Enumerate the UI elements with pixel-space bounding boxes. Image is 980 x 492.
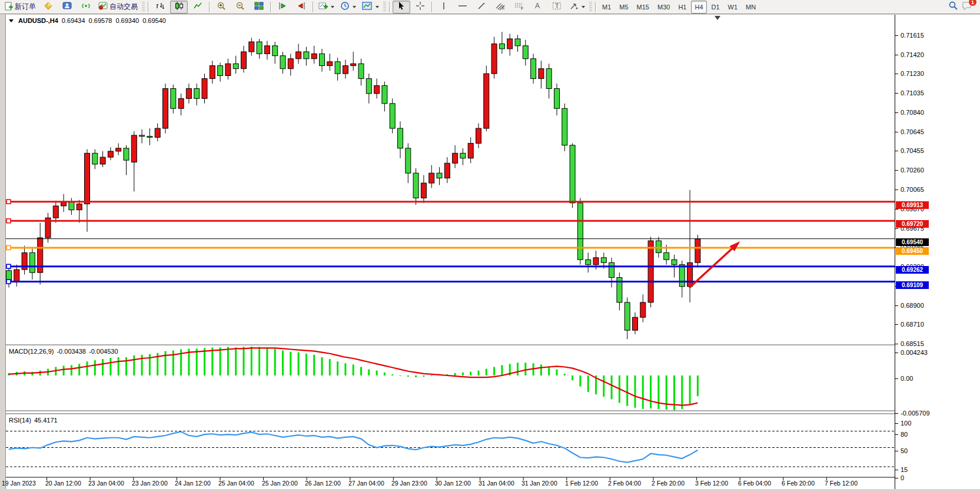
timeframe-M15[interactable]: M15 bbox=[633, 1, 653, 14]
new-order-button[interactable]: 新订单 bbox=[2, 1, 38, 14]
chevron-down-icon bbox=[376, 6, 379, 8]
candlestick-chart-button[interactable] bbox=[170, 1, 188, 14]
zoom-out-button[interactable] bbox=[231, 1, 249, 14]
price-tick: 0.68515 bbox=[901, 340, 924, 347]
timeframe-buttons: M1M5M15M30H1H4D1W1MN bbox=[598, 1, 760, 14]
toolbar-grip bbox=[142, 2, 145, 12]
text-icon: A bbox=[534, 1, 542, 12]
macd-label: MACD(12,26,9)-0.003438-0.004530 bbox=[9, 348, 118, 355]
toolbar-separator bbox=[431, 2, 433, 12]
axis-tick-mark bbox=[895, 353, 898, 353]
indicators-button[interactable] bbox=[316, 1, 337, 14]
template-icon bbox=[362, 1, 373, 12]
horizontal-line-0.69720[interactable] bbox=[6, 219, 895, 223]
tile-windows-button[interactable] bbox=[250, 1, 268, 14]
fibonacci-icon: F bbox=[514, 1, 524, 12]
notifications-button[interactable]: 1 bbox=[962, 1, 973, 13]
axis-tick-mark bbox=[895, 112, 898, 113]
macd-signal-line bbox=[9, 348, 697, 405]
macd-histogram bbox=[8, 347, 699, 410]
axis-tick-mark bbox=[895, 434, 898, 435]
macd-axis-tick: 0.00 bbox=[901, 375, 913, 382]
terminal-button[interactable] bbox=[58, 1, 76, 14]
date-label: 20 Jan 12:00 bbox=[45, 480, 81, 487]
axis-tick-mark bbox=[895, 378, 898, 379]
date-label: 7 Feb 12:00 bbox=[825, 480, 858, 487]
cursor-icon bbox=[397, 1, 406, 12]
horizontal-line-icon bbox=[457, 1, 468, 12]
candlestick-icon bbox=[174, 1, 184, 12]
trendline-icon bbox=[477, 1, 486, 12]
axis-tick-mark bbox=[895, 228, 898, 229]
auto-scroll-button[interactable] bbox=[293, 1, 310, 14]
timeframe-H4[interactable]: H4 bbox=[691, 1, 706, 14]
timeframe-H1[interactable]: H1 bbox=[675, 1, 690, 14]
horizontal-line-0.69450[interactable] bbox=[6, 245, 895, 250]
price-label-chip: 0.69540 bbox=[896, 238, 929, 246]
date-label: 3 Feb 12:00 bbox=[695, 480, 728, 487]
crosshair-button[interactable] bbox=[411, 1, 429, 14]
chart-shift-button[interactable] bbox=[274, 1, 291, 14]
line-chart-icon bbox=[193, 1, 202, 12]
fibonacci-tool-button[interactable]: F bbox=[510, 1, 528, 14]
zoom-out-icon bbox=[235, 1, 245, 12]
text-label-tool-button[interactable]: T bbox=[548, 1, 566, 14]
timeframe-D1[interactable]: D1 bbox=[708, 1, 723, 14]
line-handle[interactable] bbox=[6, 264, 11, 268]
price-axis: 0.716150.714200.712300.710350.708400.706… bbox=[895, 15, 980, 489]
line-handle[interactable] bbox=[6, 280, 11, 284]
price-tick: 0.70645 bbox=[901, 128, 924, 135]
trendline-tool-button[interactable] bbox=[473, 1, 490, 14]
timeframe-MN[interactable]: MN bbox=[742, 1, 759, 14]
line-chart-button[interactable] bbox=[189, 1, 207, 14]
line-handle[interactable] bbox=[6, 200, 11, 204]
crosshair-icon bbox=[416, 1, 425, 12]
templates-button[interactable] bbox=[360, 1, 381, 14]
macd-axis-tick: -0.005709 bbox=[901, 410, 930, 417]
timeframe-M5[interactable]: M5 bbox=[616, 1, 632, 14]
vertical-line-tool-button[interactable] bbox=[435, 1, 453, 14]
chart-shift-marker[interactable] bbox=[715, 16, 720, 20]
horizontal-line-0.69262[interactable] bbox=[6, 264, 895, 268]
chart-shift-icon bbox=[278, 1, 287, 12]
line-handle[interactable] bbox=[6, 245, 11, 250]
bar-chart-button[interactable] bbox=[151, 1, 169, 14]
axis-tick-mark bbox=[895, 324, 898, 325]
auto-scroll-icon bbox=[297, 1, 306, 12]
search-icon[interactable] bbox=[948, 1, 958, 13]
axis-tick-mark bbox=[895, 413, 898, 414]
toolbar-separator bbox=[313, 2, 314, 12]
equidistant-channel-tool-button[interactable]: E bbox=[491, 1, 509, 14]
vertical-line-icon bbox=[440, 1, 448, 12]
horizontal-line-tool-button[interactable] bbox=[454, 1, 471, 14]
periods-button[interactable] bbox=[338, 1, 358, 14]
svg-text:T: T bbox=[555, 2, 559, 9]
price-tick: 0.68710 bbox=[901, 321, 924, 328]
date-label: 19 Jan 2023 bbox=[2, 480, 36, 487]
ohlc-close: 0.69540 bbox=[142, 17, 166, 24]
toolbar-grip bbox=[589, 2, 592, 12]
arrows-tool-button[interactable] bbox=[567, 1, 587, 14]
horizontal-line-0.69913[interactable] bbox=[6, 200, 895, 204]
signal-button[interactable] bbox=[77, 1, 95, 14]
horizontal-line-0.69109[interactable] bbox=[6, 280, 895, 284]
rsi-line bbox=[9, 432, 697, 463]
timeframe-M1[interactable]: M1 bbox=[599, 1, 614, 14]
cursor-button[interactable] bbox=[393, 1, 410, 14]
auto-trading-button[interactable]: 自动交易 bbox=[96, 1, 140, 14]
arrows-icon bbox=[569, 1, 579, 12]
text-tool-button[interactable]: A bbox=[529, 1, 547, 14]
rsi-axis-tick: 100 bbox=[901, 420, 911, 427]
diamond-button[interactable] bbox=[39, 1, 57, 14]
chart-canvas[interactable] bbox=[6, 15, 895, 489]
date-label: 6 Feb 20:00 bbox=[782, 480, 815, 487]
macd-main-value: -0.003438 bbox=[57, 348, 86, 355]
chart-window[interactable]: AUDUSD-,H4 0.69434 0.69578 0.69340 0.695… bbox=[5, 15, 895, 489]
timeframe-W1[interactable]: W1 bbox=[725, 1, 742, 14]
rsi-axis-tick: 50 bbox=[901, 447, 908, 454]
date-label: 23 Jan 20:00 bbox=[132, 480, 168, 487]
zoom-in-button[interactable] bbox=[212, 1, 230, 14]
timeframe-M30[interactable]: M30 bbox=[654, 1, 673, 14]
line-handle[interactable] bbox=[6, 219, 11, 223]
symbol-dropdown-icon[interactable] bbox=[9, 19, 14, 22]
